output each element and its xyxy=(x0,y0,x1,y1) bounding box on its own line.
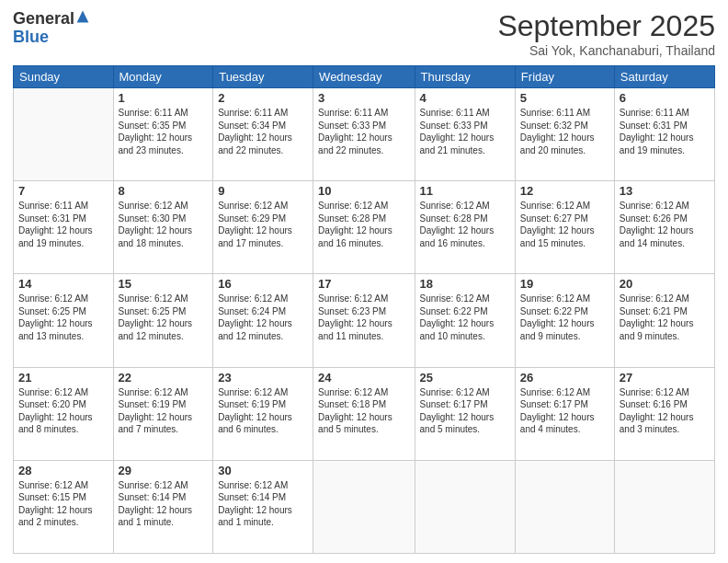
calendar-day-cell: 19Sunrise: 6:12 AMSunset: 6:22 PMDayligh… xyxy=(515,274,614,367)
day-info: Sunrise: 6:12 AMSunset: 6:26 PMDaylight:… xyxy=(620,200,710,249)
day-info: Sunrise: 6:12 AMSunset: 6:27 PMDaylight:… xyxy=(520,200,609,249)
day-number: 19 xyxy=(520,277,609,291)
calendar-day-cell: 4Sunrise: 6:11 AMSunset: 6:33 PMDaylight… xyxy=(415,88,515,181)
day-info: Sunrise: 6:12 AMSunset: 6:20 PMDaylight:… xyxy=(18,386,108,436)
weekday-header: Monday xyxy=(113,66,213,88)
calendar-day-cell: 23Sunrise: 6:12 AMSunset: 6:19 PMDayligh… xyxy=(213,367,313,460)
day-info: Sunrise: 6:11 AMSunset: 6:35 PMDaylight:… xyxy=(119,107,209,156)
day-number: 30 xyxy=(218,464,308,477)
calendar-day-cell: 28Sunrise: 6:12 AMSunset: 6:15 PMDayligh… xyxy=(14,460,114,553)
day-info: Sunrise: 6:12 AMSunset: 6:19 PMDaylight:… xyxy=(119,386,209,436)
calendar-week-row: 1Sunrise: 6:11 AMSunset: 6:35 PMDaylight… xyxy=(14,88,715,181)
calendar-day-cell: 1Sunrise: 6:11 AMSunset: 6:35 PMDaylight… xyxy=(113,88,213,181)
svg-marker-0 xyxy=(77,11,89,23)
day-number: 14 xyxy=(18,277,108,291)
day-info: Sunrise: 6:12 AMSunset: 6:22 PMDaylight:… xyxy=(520,293,609,342)
location: Sai Yok, Kanchanaburi, Thailand xyxy=(497,43,715,58)
day-number: 6 xyxy=(620,91,710,105)
weekday-header: Tuesday xyxy=(213,66,313,88)
calendar-day-cell: 18Sunrise: 6:12 AMSunset: 6:22 PMDayligh… xyxy=(415,274,515,367)
calendar-day-cell: 6Sunrise: 6:11 AMSunset: 6:31 PMDaylight… xyxy=(614,88,714,181)
calendar-day-cell xyxy=(515,460,614,553)
day-number: 27 xyxy=(620,371,710,385)
day-number: 21 xyxy=(18,371,108,385)
day-info: Sunrise: 6:12 AMSunset: 6:14 PMDaylight:… xyxy=(218,479,308,529)
day-number: 15 xyxy=(119,277,209,291)
day-number: 20 xyxy=(620,277,710,291)
calendar-day-cell xyxy=(415,460,515,553)
month-title: September 2025 xyxy=(497,9,715,43)
day-number: 12 xyxy=(520,184,609,198)
calendar-day-cell xyxy=(313,460,415,553)
day-number: 29 xyxy=(119,464,209,477)
calendar-header-row: SundayMondayTuesdayWednesdayThursdayFrid… xyxy=(14,66,715,88)
day-number: 3 xyxy=(318,91,409,105)
weekday-header: Friday xyxy=(515,66,614,88)
day-number: 16 xyxy=(218,277,308,291)
day-info: Sunrise: 6:12 AMSunset: 6:15 PMDaylight:… xyxy=(18,479,108,529)
day-number: 25 xyxy=(420,371,510,385)
calendar-day-cell: 11Sunrise: 6:12 AMSunset: 6:28 PMDayligh… xyxy=(415,181,515,274)
calendar-week-row: 14Sunrise: 6:12 AMSunset: 6:25 PMDayligh… xyxy=(14,274,715,367)
day-info: Sunrise: 6:11 AMSunset: 6:33 PMDaylight:… xyxy=(420,107,510,156)
day-info: Sunrise: 6:11 AMSunset: 6:31 PMDaylight:… xyxy=(620,107,710,156)
day-number: 24 xyxy=(318,371,409,385)
day-number: 23 xyxy=(218,371,308,385)
day-info: Sunrise: 6:12 AMSunset: 6:30 PMDaylight:… xyxy=(119,200,209,249)
logo: General Blue xyxy=(13,9,90,47)
page-header: General Blue September 2025 Sai Yok, Kan… xyxy=(13,9,715,58)
calendar-day-cell: 13Sunrise: 6:12 AMSunset: 6:26 PMDayligh… xyxy=(614,181,714,274)
day-info: Sunrise: 6:12 AMSunset: 6:18 PMDaylight:… xyxy=(318,386,409,436)
day-number: 9 xyxy=(218,184,308,198)
day-info: Sunrise: 6:12 AMSunset: 6:22 PMDaylight:… xyxy=(420,293,510,342)
logo-general: General xyxy=(13,9,74,28)
day-info: Sunrise: 6:11 AMSunset: 6:33 PMDaylight:… xyxy=(318,107,409,156)
calendar-day-cell: 30Sunrise: 6:12 AMSunset: 6:14 PMDayligh… xyxy=(213,460,313,553)
calendar-week-row: 21Sunrise: 6:12 AMSunset: 6:20 PMDayligh… xyxy=(14,367,715,460)
calendar-day-cell xyxy=(614,460,714,553)
calendar-day-cell: 7Sunrise: 6:11 AMSunset: 6:31 PMDaylight… xyxy=(14,181,114,274)
day-number: 7 xyxy=(18,184,108,198)
calendar-day-cell: 10Sunrise: 6:12 AMSunset: 6:28 PMDayligh… xyxy=(313,181,415,274)
day-info: Sunrise: 6:12 AMSunset: 6:21 PMDaylight:… xyxy=(620,293,710,342)
logo-blue: Blue xyxy=(13,28,49,46)
calendar-day-cell: 22Sunrise: 6:12 AMSunset: 6:19 PMDayligh… xyxy=(113,367,213,460)
calendar-day-cell: 15Sunrise: 6:12 AMSunset: 6:25 PMDayligh… xyxy=(113,274,213,367)
calendar-day-cell: 5Sunrise: 6:11 AMSunset: 6:32 PMDaylight… xyxy=(515,88,614,181)
calendar-day-cell: 2Sunrise: 6:11 AMSunset: 6:34 PMDaylight… xyxy=(213,88,313,181)
day-info: Sunrise: 6:12 AMSunset: 6:25 PMDaylight:… xyxy=(119,293,209,342)
calendar-day-cell: 27Sunrise: 6:12 AMSunset: 6:16 PMDayligh… xyxy=(614,367,714,460)
calendar: SundayMondayTuesdayWednesdayThursdayFrid… xyxy=(13,65,715,554)
day-info: Sunrise: 6:11 AMSunset: 6:31 PMDaylight:… xyxy=(18,200,108,249)
calendar-day-cell: 8Sunrise: 6:12 AMSunset: 6:30 PMDaylight… xyxy=(113,181,213,274)
day-info: Sunrise: 6:12 AMSunset: 6:17 PMDaylight:… xyxy=(420,386,510,436)
calendar-day-cell: 20Sunrise: 6:12 AMSunset: 6:21 PMDayligh… xyxy=(614,274,714,367)
day-info: Sunrise: 6:12 AMSunset: 6:19 PMDaylight:… xyxy=(218,386,308,436)
day-number: 10 xyxy=(318,184,409,198)
day-info: Sunrise: 6:12 AMSunset: 6:28 PMDaylight:… xyxy=(420,200,510,249)
logo-icon xyxy=(75,9,90,24)
calendar-day-cell: 29Sunrise: 6:12 AMSunset: 6:14 PMDayligh… xyxy=(113,460,213,553)
calendar-week-row: 28Sunrise: 6:12 AMSunset: 6:15 PMDayligh… xyxy=(14,460,715,553)
calendar-day-cell: 21Sunrise: 6:12 AMSunset: 6:20 PMDayligh… xyxy=(14,367,114,460)
day-info: Sunrise: 6:12 AMSunset: 6:16 PMDaylight:… xyxy=(620,386,710,436)
weekday-header: Thursday xyxy=(415,66,515,88)
day-info: Sunrise: 6:12 AMSunset: 6:28 PMDaylight:… xyxy=(318,200,409,249)
logo-text: General Blue xyxy=(13,9,90,47)
day-number: 18 xyxy=(420,277,510,291)
day-number: 4 xyxy=(420,91,510,105)
day-number: 2 xyxy=(218,91,308,105)
day-info: Sunrise: 6:12 AMSunset: 6:17 PMDaylight:… xyxy=(520,386,609,436)
weekday-header: Wednesday xyxy=(313,66,415,88)
calendar-day-cell: 12Sunrise: 6:12 AMSunset: 6:27 PMDayligh… xyxy=(515,181,614,274)
day-number: 1 xyxy=(119,91,209,105)
day-number: 22 xyxy=(119,371,209,385)
calendar-day-cell: 24Sunrise: 6:12 AMSunset: 6:18 PMDayligh… xyxy=(313,367,415,460)
calendar-day-cell: 9Sunrise: 6:12 AMSunset: 6:29 PMDaylight… xyxy=(213,181,313,274)
day-number: 13 xyxy=(620,184,710,198)
day-number: 8 xyxy=(119,184,209,198)
day-number: 5 xyxy=(520,91,609,105)
calendar-day-cell: 3Sunrise: 6:11 AMSunset: 6:33 PMDaylight… xyxy=(313,88,415,181)
calendar-day-cell: 14Sunrise: 6:12 AMSunset: 6:25 PMDayligh… xyxy=(14,274,114,367)
day-number: 11 xyxy=(420,184,510,198)
